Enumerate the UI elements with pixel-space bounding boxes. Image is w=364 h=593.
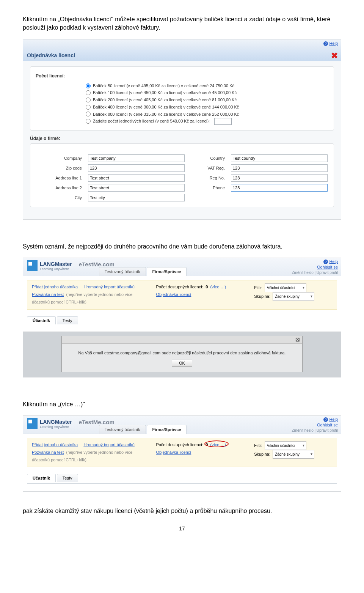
radio-50[interactable]: Balíček 50 licencí (v ceně 495,00 Kč za … [86,82,328,90]
help-icon: ? [323,41,328,46]
brand-title-2: eTestMe.com [79,419,115,425]
logo-subtext: Learning Anywhere [40,267,72,271]
profile-sub-links[interactable]: Změnit heslo | Upravit profil [292,270,338,275]
radio-200-input[interactable] [86,98,91,102]
logo-row-2: LANGMaster Learning Anywhere eTestMe.com… [23,416,341,434]
radio-100[interactable]: Balíček 100 licencí (v ceně 450,00 Kč za… [86,89,328,96]
import-link-2[interactable]: Hromadný import účastníků [83,442,135,447]
tab-testovany[interactable]: Testovaný účastník [99,267,146,276]
invite-link[interactable]: Pozvánka na test [32,292,64,297]
tab-firma[interactable]: Firma/Správce [147,267,187,276]
import-link[interactable]: Hromadný import účastníků [83,285,135,289]
phone-label: Phone [191,186,225,190]
tab-testy[interactable]: Testy [57,316,78,324]
lic-count-value-2: 0 [206,442,208,447]
add-one-link[interactable]: Přidat jednoho účastníka [32,285,78,289]
screenshot-app-marked: LANGMaster Learning Anywhere eTestMe.com… [23,415,341,492]
tab-ucastnik[interactable]: Účastník [27,316,56,324]
custom-count-input[interactable] [214,118,232,125]
intro-paragraph: Kliknutím na „Objednávka licencí" můžete… [23,15,341,32]
radio-100-label: Balíček 100 licencí (v ceně 450,00 Kč za… [93,89,237,96]
phone-input[interactable] [231,184,328,192]
add-one-link-2[interactable]: Přidat jednoho účastníka [32,442,78,447]
radio-custom[interactable]: Zadejte počet jednotlivých licencí (v ce… [86,118,328,125]
alert-close-icon[interactable]: ☒ [62,336,303,344]
brand-title: eTestMe.com [79,261,115,267]
order-link-2[interactable]: Objednávka licencí [156,450,191,455]
radio-200[interactable]: Balíček 200 licencí (v ceně 405,00 Kč za… [86,96,328,104]
app-header-bar: ?Help [23,39,341,50]
vat-label: VAT Reg. [191,166,225,170]
filtr-label-2: Filtr: [254,443,262,448]
dialog-title: Objednávka licencí [27,52,75,58]
logout-link[interactable]: Odhlásit se [317,265,338,269]
more-link[interactable]: (více …) [210,285,226,289]
filtr-dropdown[interactable]: Všichni účastníci [265,283,306,292]
more-link-2[interactable]: (více …) [210,442,226,447]
order-link[interactable]: Objednávka licencí [156,292,191,297]
tab-testovany-2[interactable]: Testovaný účastník [99,425,146,434]
final-paragraph: pak získáte okamžitý stav nákupu licencí… [23,507,341,515]
logout-link-2[interactable]: Odhlásit se [317,423,338,427]
tab-testy-2[interactable]: Testy [57,474,78,482]
country-label: Country [191,156,225,160]
country-input[interactable] [231,154,328,162]
small-tabs: Účastník Testy [27,316,337,324]
logo-icon [27,418,38,429]
help-label: Help [329,41,338,46]
radio-100-input[interactable] [86,90,91,95]
close-icon[interactable]: ✖ [331,51,338,61]
city-label: City [36,195,82,200]
reg-label: Reg No. [191,176,225,180]
top-links-2: ?Help Odhlásit se Změnit heslo | Upravit… [292,417,338,433]
company-input[interactable] [88,154,185,162]
lic-count-label: Počet dostupných licencí: [156,285,203,289]
alert-backdrop: ☒ Na Váš email etestme.company@gmail.com… [23,332,341,377]
action-panel-2: Přidat jednoho účastníka Hromadný import… [27,438,337,467]
filtr-dropdown-2[interactable]: Všichni účastníci [265,441,306,450]
radio-800[interactable]: Balíček 800 licencí (v ceně 315,00 Kč za… [86,111,328,118]
zip-label: Zip code [36,166,82,170]
addr2-input[interactable] [88,184,185,192]
help-link-top[interactable]: ?Help [323,41,338,46]
ok-button[interactable]: OK [172,360,192,366]
radio-800-input[interactable] [86,112,91,116]
reg-input[interactable] [231,174,328,182]
skupina-dropdown-2[interactable]: Žádné skupiny [273,450,314,459]
radio-400[interactable]: Balíček 400 licencí (v ceně 360,00 Kč za… [86,104,328,111]
lic-count-label-2: Počet dostupných licencí: [156,442,203,447]
help-link[interactable]: Help [329,259,338,264]
fieldset-firm: Company Country Zip code VAT Reg. Addres… [30,143,334,207]
skupina-dropdown[interactable]: Žádné skupiny [273,292,314,301]
addr2-label: Address line 2 [36,186,82,190]
radio-400-label: Balíček 400 licencí (v ceně 360,00 Kč za… [93,104,239,111]
count-legend: Počet licencí: [33,73,67,79]
panel-left: Přidat jednoho účastníka Hromadný import… [32,283,144,306]
logo-text: LANGMaster [40,261,72,267]
tab-ucastnik-2[interactable]: Účastník [27,474,56,482]
radio-400-input[interactable] [86,105,91,110]
lic-count-value: 0 [206,285,208,289]
page-number: 17 [23,525,341,532]
radio-50-input[interactable] [86,83,91,88]
addr1-input[interactable] [88,174,185,182]
tabs-underline-2 [27,483,337,484]
vat-input[interactable] [231,164,328,172]
invite-link-2[interactable]: Pozvánka na test [32,450,64,455]
city-input[interactable] [88,194,185,201]
panel-right-2: Filtr: Všichni účastníci Skupina: Žádné … [254,441,332,459]
tab-firma-2[interactable]: Firma/Správce [147,425,187,434]
small-tabs-2: Účastník Testy [27,474,337,482]
dialog-titlebar: Objednávka licencí ✖ [23,50,341,61]
radio-custom-input[interactable] [86,119,91,124]
fieldset-count: Počet licencí: Balíček 50 licencí (v cen… [30,66,334,131]
filtr-label: Filtr: [254,285,262,290]
modal-area: Objednávka licencí ✖ Počet licencí: Balí… [23,50,341,219]
zip-input[interactable] [88,164,185,172]
profile-sub-links-2[interactable]: Změnit heslo | Upravit profil [292,428,338,433]
alert-box: ☒ Na Váš email etestme.company@gmail.com… [61,336,303,372]
radio-group: Balíček 50 licencí (v ceně 495,00 Kč za … [86,82,328,125]
panel-mid-2: Počet dostupných licencí: 0 (více …) Obj… [156,441,243,456]
help-link-2[interactable]: Help [329,417,338,422]
help-icon: ? [323,417,328,422]
